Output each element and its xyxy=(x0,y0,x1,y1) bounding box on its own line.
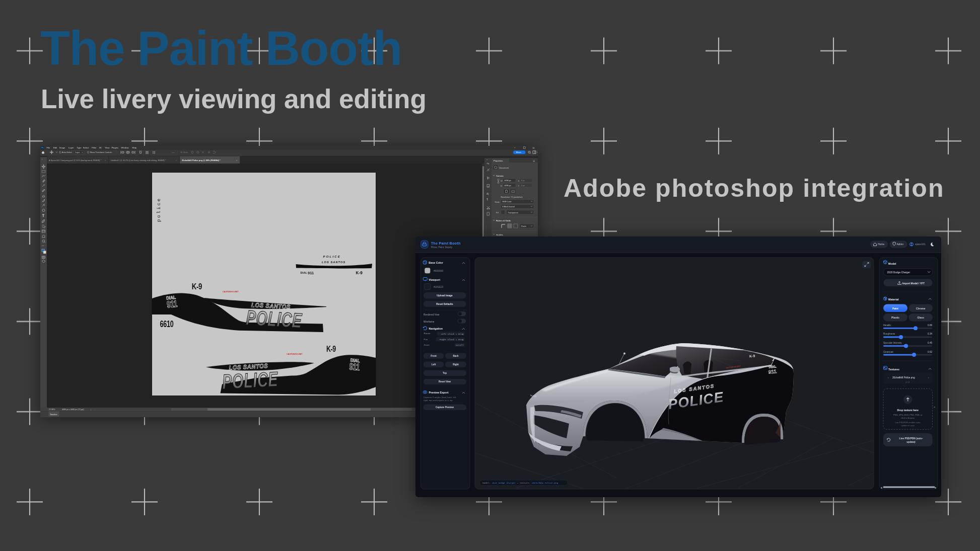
svg-text:3D: 3D xyxy=(99,146,101,149)
svg-text:update on save: update on save xyxy=(901,424,915,427)
svg-text:CAUTION K9 UNIT: CAUTION K9 UNIT xyxy=(223,291,239,293)
svg-text:0 px: 0 px xyxy=(521,180,525,182)
svg-text:Select: Select xyxy=(83,146,89,149)
svg-text:0.62: 0.62 xyxy=(928,351,932,353)
svg-text:PNG, JPG, DDS, PSD, PDN, or: PNG, JPG, DDS, PSD, PDN, or xyxy=(893,414,923,416)
svg-text:Drop texture here: Drop texture here xyxy=(897,409,919,412)
svg-text:K-9: K-9 xyxy=(192,281,202,291)
svg-text:Clearcoat: Clearcoat xyxy=(883,351,893,353)
svg-text:Model: 2020 Dodge Charger - Te: Model: 2020 Dodge Charger - Texture: 20c… xyxy=(482,482,558,484)
svg-text:K-9: K-9 xyxy=(326,345,336,354)
svg-text:Layer: Layer xyxy=(75,151,80,153)
svg-text:Prime. Paint. Depoly.: Prime. Paint. Depoly. xyxy=(431,246,453,249)
svg-text:Navigation: Navigation xyxy=(429,327,443,330)
svg-text:Material: Material xyxy=(888,298,899,301)
svg-text:Back: Back xyxy=(453,355,459,357)
svg-text:Rotate: Rotate xyxy=(424,332,431,335)
svg-text:20chalbk9 Police.png: 20chalbk9 Police.png xyxy=(892,376,915,379)
svg-text:Document: Document xyxy=(500,167,510,169)
svg-text:Layer: Layer xyxy=(68,146,74,149)
svg-text:File: File xyxy=(47,146,50,149)
svg-text:RGB Color: RGB Color xyxy=(503,201,512,203)
svg-text:Right Click + Drag: Right Click + Drag xyxy=(440,338,464,341)
svg-text:0.34: 0.34 xyxy=(928,333,932,335)
svg-text:Reset View: Reset View xyxy=(439,380,451,383)
svg-text:T: T xyxy=(42,214,45,217)
svg-text:CAUTION K9 UNIT: CAUTION K9 UNIT xyxy=(287,353,303,355)
svg-text:A|: A| xyxy=(486,192,489,195)
svg-text:Live PSD/PDN (auto-: Live PSD/PDN (auto- xyxy=(899,437,923,440)
svg-text:Resolution: 72 pixels/inch: Resolution: 72 pixels/inch xyxy=(501,196,523,198)
svg-text:POLICE: POLICE xyxy=(323,255,341,258)
svg-text:Preview Export: Preview Export xyxy=(429,391,449,394)
svg-text:#1A1E23: #1A1E23 xyxy=(434,286,444,288)
svg-text:27.98%: 27.98% xyxy=(49,409,55,411)
svg-text:K-9: K-9 xyxy=(356,271,363,275)
svg-text:Base Color: Base Color xyxy=(429,261,443,264)
svg-text:K-9: K-9 xyxy=(749,354,755,358)
svg-text:911: 911 xyxy=(768,368,777,375)
svg-text:Upload Image: Upload Image xyxy=(437,294,453,297)
svg-text:POLICE: POLICE xyxy=(246,306,303,332)
svg-text:X: X xyxy=(518,180,520,182)
svg-text:Specular Intensity: Specular Intensity xyxy=(883,342,902,344)
svg-text:Filter: Filter xyxy=(92,146,97,149)
svg-text:Type: Type xyxy=(77,146,82,149)
svg-text:W: W xyxy=(501,180,503,182)
svg-text:Left: Left xyxy=(432,363,436,366)
svg-text:Roughness: Roughness xyxy=(883,333,895,335)
svg-text:4096 px: 4096 px xyxy=(505,180,512,182)
svg-text:Metallic: Metallic xyxy=(883,324,891,327)
svg-text:20chalbk9 Police.png @ 28% (RG: 20chalbk9 Police.png @ 28% (RGB/8#) * xyxy=(182,159,221,162)
svg-text:#808080: #808080 xyxy=(434,270,444,272)
svg-text:A Space101 Company.psd @ 50% (: A Space101 Company.psd @ 50% (background… xyxy=(49,159,102,162)
svg-text:Front: Front xyxy=(431,355,437,357)
svg-text:¶: ¶ xyxy=(487,198,488,201)
svg-text:Plastic: Plastic xyxy=(891,317,899,319)
svg-text:Help: Help xyxy=(132,146,136,149)
svg-text:Auto-Select: Auto-Select xyxy=(62,151,73,153)
svg-text:Transparent: Transparent xyxy=(508,212,519,214)
svg-text:Image: Image xyxy=(59,146,65,149)
svg-text:View: View xyxy=(105,146,110,149)
svg-text:click to browse: click to browse xyxy=(901,417,915,419)
svg-text:Import Model / YFT: Import Model / YFT xyxy=(902,282,925,285)
svg-text:911: 911 xyxy=(308,271,314,275)
svg-text:Right: Right xyxy=(453,363,459,366)
svg-text:3D Mode: 3D Mode xyxy=(180,151,188,153)
svg-text:Zoom: Zoom xyxy=(424,344,430,346)
svg-text:Capture Preview: Capture Preview xyxy=(436,406,454,409)
svg-text:The Paint Booth: The Paint Booth xyxy=(431,241,461,246)
svg-text:Properties: Properties xyxy=(494,160,503,162)
svg-text:Show Transform Controls: Show Transform Controls xyxy=(90,151,112,153)
svg-text:Viewport: Viewport xyxy=(429,278,440,281)
svg-text:Plugins: Plugins xyxy=(111,146,118,149)
svg-text:Reset Defaults: Reset Defaults xyxy=(436,303,453,305)
svg-text:Timeline: Timeline xyxy=(50,413,57,416)
svg-text:Y: Y xyxy=(518,185,520,187)
svg-text:Admin: Admin xyxy=(897,243,904,246)
svg-text:Paint: Paint xyxy=(892,307,898,310)
svg-text:Textures: Textures xyxy=(888,368,899,371)
svg-text:Captures 5 angles (front, back: Captures 5 angles (front, back, left, xyxy=(424,396,456,399)
svg-text:911: 911 xyxy=(166,298,178,310)
svg-text:Mode: Mode xyxy=(495,201,500,203)
svg-text:Home: Home xyxy=(878,243,884,246)
svg-text:Untitled-1 @ 41.2% (Live liver: Untitled-1 @ 41.2% (Live livery viewing … xyxy=(111,159,166,162)
svg-text:Left Click + Drag: Left Click + Drag xyxy=(441,333,464,335)
svg-text:Glass: Glass xyxy=(918,317,925,319)
svg-text:Top: Top xyxy=(443,372,447,374)
svg-text:Rendered View: Rendered View xyxy=(424,313,440,316)
svg-text:Model: Model xyxy=(888,262,896,265)
svg-text:6610: 6610 xyxy=(354,382,367,391)
svg-text:Share: Share xyxy=(516,151,522,153)
svg-text:Rulers & Grids: Rulers & Grids xyxy=(496,219,511,222)
svg-text:Chrome: Chrome xyxy=(916,307,926,310)
svg-text:LOS SANTOS: LOS SANTOS xyxy=(322,261,345,264)
svg-text:8 Bits/Channel: 8 Bits/Channel xyxy=(503,206,515,208)
svg-text:911: 911 xyxy=(349,361,361,373)
svg-text:police: police xyxy=(156,197,162,222)
svg-text:right, top) and exports as a .: right, top) and exports as a .zip xyxy=(424,399,453,402)
svg-text:☰: ☰ xyxy=(533,160,535,163)
svg-text:Live PSD/PDN enables auto-: Live PSD/PDN enables auto- xyxy=(895,421,921,424)
